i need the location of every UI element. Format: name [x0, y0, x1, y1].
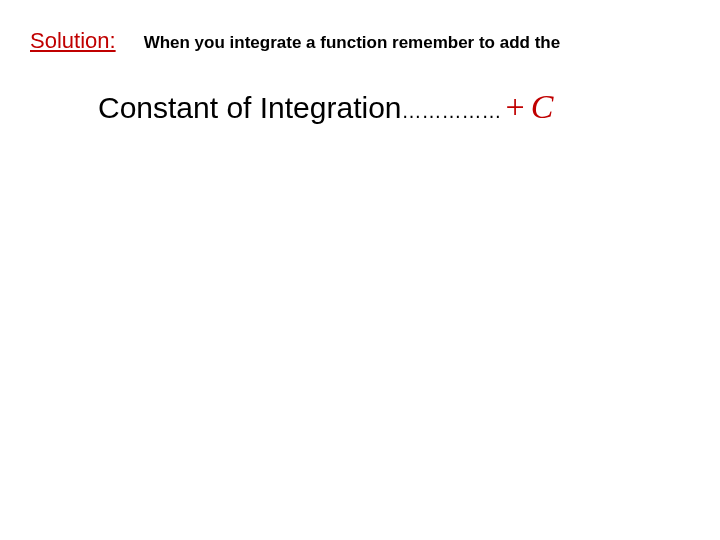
- line-1: Solution: When you integrate a function …: [30, 28, 690, 54]
- constant-c: C: [531, 88, 554, 125]
- constant-of-integration-text: Constant of Integration: [98, 91, 402, 125]
- intro-text: When you integrate a function remember t…: [144, 33, 561, 53]
- plus-c-expression: +C: [506, 88, 554, 126]
- ellipsis-dots: ……………: [402, 100, 502, 123]
- slide: Solution: When you integrate a function …: [0, 0, 720, 540]
- solution-label: Solution:: [30, 28, 116, 54]
- plus-sign: +: [506, 88, 525, 125]
- line-2: Constant of Integration …………… +C: [98, 88, 553, 126]
